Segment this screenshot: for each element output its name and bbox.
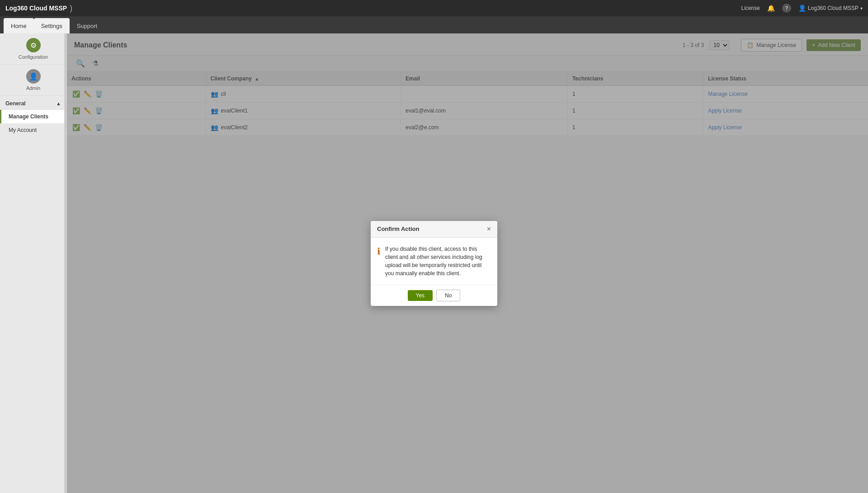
admin-icon: 👤 [26,69,41,84]
help-icon[interactable]: ? [782,4,791,13]
modal-title: Confirm Action [377,225,419,232]
sidebar: ⚙ Configuration 👤 Admin General ▲ Manage… [0,33,67,493]
sidebar-nav-admin-label: Admin [26,85,40,91]
user-section[interactable]: 👤 Log360 Cloud MSSP ▾ [798,5,863,12]
modal-message: If you disable this client, access to th… [385,245,491,277]
sidebar-section-toggle-icon[interactable]: ▲ [56,101,61,106]
sidebar-nav-configuration-label: Configuration [19,54,48,60]
top-bar-right: License 🔔 ? 👤 Log360 Cloud MSSP ▾ [741,4,863,13]
bell-icon[interactable]: 🔔 [767,5,775,12]
configuration-icon: ⚙ [26,38,41,52]
sidebar-section-title: General [5,100,26,107]
chevron-down-icon: ▾ [860,6,863,11]
confirm-yes-button[interactable]: Yes [408,290,433,301]
sidebar-nav-configuration[interactable]: ⚙ Configuration [0,33,66,65]
top-bar-left: Log360 Cloud MSSP ) [5,4,72,13]
tab-home[interactable]: Home [4,18,34,33]
user-label: Log360 Cloud MSSP [808,5,859,11]
confirm-no-button[interactable]: No [436,290,460,301]
modal-close-button[interactable]: × [487,225,491,233]
logo-decorator: ) [70,4,72,13]
app-logo: Log360 Cloud MSSP [5,5,67,12]
content-area: Manage Clients 1 - 3 of 3 10 25 50 📋 Man… [67,33,868,493]
modal-footer: Yes No [371,285,497,306]
main-layout: ⚙ Configuration 👤 Admin General ▲ Manage… [0,33,868,493]
sidebar-item-my-account[interactable]: My Account [0,123,66,137]
modal-overlay: Confirm Action × ℹ If you disable this c… [67,33,868,493]
user-icon: 👤 [798,5,806,12]
warning-icon: ℹ [377,246,381,257]
confirm-action-modal: Confirm Action × ℹ If you disable this c… [371,221,497,306]
sidebar-section-general: General ▲ [0,96,66,110]
tab-settings[interactable]: Settings [34,18,70,33]
sidebar-item-manage-clients[interactable]: Manage Clients [0,110,66,123]
sidebar-nav-admin[interactable]: 👤 Admin [0,65,66,96]
tab-bar: Home Settings Support [0,16,868,33]
license-link[interactable]: License [741,5,760,11]
modal-body: ℹ If you disable this client, access to … [371,238,497,285]
top-bar: Log360 Cloud MSSP ) License 🔔 ? 👤 Log360… [0,0,868,16]
tab-support[interactable]: Support [70,18,105,33]
modal-header: Confirm Action × [371,221,497,238]
